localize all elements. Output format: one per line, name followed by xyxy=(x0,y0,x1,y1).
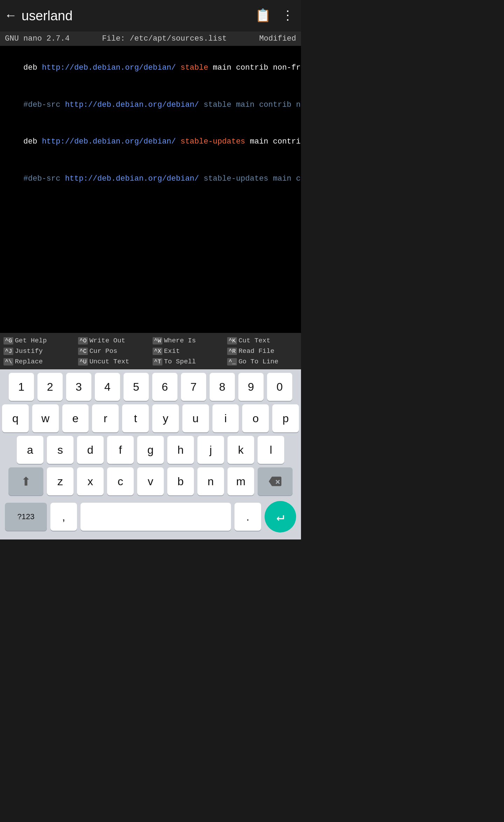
key-shift[interactable]: ⬆ xyxy=(8,467,43,495)
editor-line-1: deb http://deb.debian.org/debian/ stable… xyxy=(5,49,296,86)
key-s[interactable]: s xyxy=(47,436,74,464)
keyboard: 1 2 3 4 5 6 7 8 9 0 q w e r t y u i o p … xyxy=(0,369,301,539)
shortcut-read-file[interactable]: ^R Read File xyxy=(226,346,299,356)
key-k[interactable]: k xyxy=(227,436,254,464)
key-z[interactable]: z xyxy=(47,467,74,495)
shortcut-label-justify: Justify xyxy=(15,347,43,355)
key-space[interactable] xyxy=(80,503,231,531)
top-bar-left: ← userland xyxy=(7,8,72,23)
nano-filename: File: /etc/apt/sources.list xyxy=(102,34,226,43)
shortcut-label-tospell: To Spell xyxy=(164,358,196,365)
shortcut-key-tospell: ^T xyxy=(153,358,162,365)
shortcut-key-curpos: ^C xyxy=(78,348,88,355)
shortcut-key-gotoline: ^_ xyxy=(227,358,237,365)
keyboard-row-asdf: a s d f g h j k l xyxy=(0,436,301,464)
shortcut-label-gethelp: Get Help xyxy=(15,337,47,344)
shortcut-key-exit: ^X xyxy=(153,348,162,355)
shortcut-key-whereis: ^W xyxy=(153,337,162,344)
more-menu-icon[interactable]: ⋮ xyxy=(281,8,294,23)
nano-shortcuts: ^G Get Help ^O Write Out ^W Where Is ^K … xyxy=(0,333,301,369)
shortcut-go-to-line[interactable]: ^_ Go To Line xyxy=(226,357,299,367)
shortcut-key-writeout: ^O xyxy=(78,337,88,344)
shortcut-cut-text[interactable]: ^K Cut Text xyxy=(226,336,299,346)
key-y[interactable]: y xyxy=(152,404,179,432)
shortcut-replace[interactable]: ^\ Replace xyxy=(2,357,75,367)
shortcut-label-readfile: Read File xyxy=(238,347,274,355)
shortcut-key-replace: ^\ xyxy=(4,358,13,365)
shortcut-label-gotoline: Go To Line xyxy=(238,358,278,365)
key-v[interactable]: v xyxy=(137,467,164,495)
nano-modified: Modified xyxy=(259,34,296,43)
key-enter[interactable]: ↵ xyxy=(265,501,296,532)
key-1[interactable]: 1 xyxy=(9,373,34,401)
clipboard-icon[interactable]: 📋 xyxy=(255,8,271,23)
shortcut-key-gethelp: ^G xyxy=(4,337,13,344)
editor-area[interactable]: deb http://deb.debian.org/debian/ stable… xyxy=(0,46,301,333)
key-7[interactable]: 7 xyxy=(181,373,206,401)
key-6[interactable]: 6 xyxy=(152,373,177,401)
key-4[interactable]: 4 xyxy=(95,373,120,401)
key-o[interactable]: o xyxy=(242,404,269,432)
editor-line-2: #deb-src http://deb.debian.org/debian/ s… xyxy=(5,86,296,124)
key-d[interactable]: d xyxy=(77,436,104,464)
shortcut-label-cuttext: Cut Text xyxy=(238,337,270,344)
shift-up-icon: ⬆ xyxy=(21,474,31,488)
shortcut-key-justify: ^J xyxy=(4,348,13,355)
key-period[interactable]: . xyxy=(234,503,261,531)
key-n[interactable]: n xyxy=(197,467,224,495)
key-a[interactable]: a xyxy=(17,436,43,464)
key-f[interactable]: f xyxy=(107,436,134,464)
key-w[interactable]: w xyxy=(32,404,59,432)
shortcut-label-replace: Replace xyxy=(15,358,43,365)
key-i[interactable]: i xyxy=(212,404,239,432)
key-b[interactable]: b xyxy=(167,467,194,495)
key-special-123[interactable]: ?123 xyxy=(5,503,47,531)
key-j[interactable]: j xyxy=(197,436,224,464)
keyboard-row-numbers: 1 2 3 4 5 6 7 8 9 0 xyxy=(0,373,301,401)
key-m[interactable]: m xyxy=(227,467,254,495)
shortcut-key-uncuttext: ^U xyxy=(78,358,88,365)
key-e[interactable]: e xyxy=(62,404,89,432)
key-5[interactable]: 5 xyxy=(124,373,149,401)
key-x[interactable]: x xyxy=(77,467,104,495)
shortcut-to-spell[interactable]: ^T To Spell xyxy=(151,357,224,367)
key-r[interactable]: r xyxy=(92,404,119,432)
key-l[interactable]: l xyxy=(258,436,284,464)
key-u[interactable]: u xyxy=(182,404,209,432)
editor-line-4: #deb-src http://deb.debian.org/debian/ s… xyxy=(5,160,296,197)
shortcut-label-uncuttext: Uncut Text xyxy=(89,358,129,365)
shortcut-label-exit: Exit xyxy=(164,347,180,355)
shortcut-justify[interactable]: ^J Justify xyxy=(2,346,75,356)
app-title: userland xyxy=(22,8,73,23)
key-9[interactable]: 9 xyxy=(238,373,264,401)
shortcut-cur-pos[interactable]: ^C Cur Pos xyxy=(77,346,150,356)
key-comma[interactable]: , xyxy=(50,503,77,531)
key-2[interactable]: 2 xyxy=(37,373,63,401)
shortcut-where-is[interactable]: ^W Where Is xyxy=(151,336,224,346)
key-h[interactable]: h xyxy=(167,436,194,464)
top-bar-right: 📋 ⋮ xyxy=(255,8,294,23)
key-backspace[interactable] xyxy=(258,467,293,495)
key-3[interactable]: 3 xyxy=(66,373,91,401)
shortcut-uncut-text[interactable]: ^U Uncut Text xyxy=(77,357,150,367)
key-q[interactable]: q xyxy=(2,404,29,432)
key-8[interactable]: 8 xyxy=(210,373,235,401)
back-button[interactable]: ← xyxy=(7,9,15,23)
key-0[interactable]: 0 xyxy=(267,373,292,401)
keyboard-row-qwerty: q w e r t y u i o p xyxy=(0,404,301,432)
nano-status-bar: GNU nano 2.7.4 File: /etc/apt/sources.li… xyxy=(0,32,301,46)
shortcut-exit[interactable]: ^X Exit xyxy=(151,346,224,356)
shortcut-get-help[interactable]: ^G Get Help xyxy=(2,336,75,346)
shortcut-key-readfile: ^R xyxy=(227,348,237,355)
key-p[interactable]: p xyxy=(272,404,299,432)
key-t[interactable]: t xyxy=(122,404,149,432)
nano-version: GNU nano 2.7.4 xyxy=(5,34,70,43)
shortcut-label-whereis: Where Is xyxy=(164,337,196,344)
editor-line-3: deb http://deb.debian.org/debian/ stable… xyxy=(5,123,296,160)
key-g[interactable]: g xyxy=(137,436,164,464)
shortcut-write-out[interactable]: ^O Write Out xyxy=(77,336,150,346)
top-bar: ← userland 📋 ⋮ xyxy=(0,0,301,32)
shortcut-label-curpos: Cur Pos xyxy=(89,347,117,355)
key-c[interactable]: c xyxy=(107,467,134,495)
keyboard-bottom-row: ?123 , . ↵ xyxy=(0,499,301,539)
